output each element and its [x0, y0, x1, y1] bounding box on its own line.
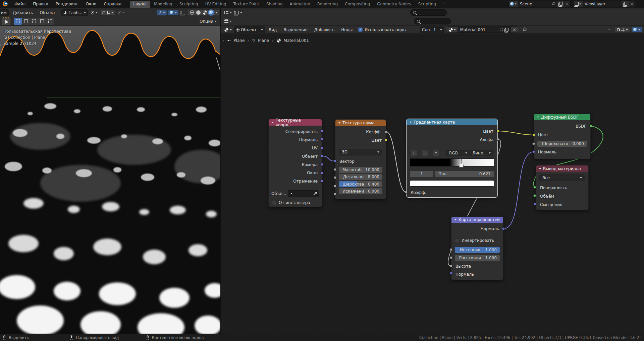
socket-noise-roughness-input[interactable] — [334, 185, 337, 188]
node-diffuse-bsdf[interactable]: Диффузный BSDF BSDF Цвет Шероховато0.000… — [534, 114, 591, 159]
fake-user-shield-icon[interactable] — [500, 28, 503, 31]
snapping-group[interactable] — [101, 10, 115, 15]
tab-compositing[interactable]: Compositing — [341, 1, 373, 8]
from-instancer-checkbox[interactable] — [272, 201, 276, 205]
shading-wireframe-icon[interactable] — [190, 10, 194, 15]
collapse-icon[interactable] — [454, 219, 457, 220]
remove-viewlayer-button[interactable]: × — [629, 1, 635, 7]
socket-bsdf-color-input[interactable] — [532, 134, 535, 137]
breadcrumb-object[interactable]: Plane — [233, 38, 245, 43]
node-header[interactable]: Карта неровностей — [451, 217, 503, 223]
node-snapping-group[interactable] — [615, 27, 630, 32]
socket-bsdf-output[interactable] — [589, 125, 592, 128]
socket-noise-vector-input[interactable] — [334, 160, 337, 163]
sidebar-toggle-handle[interactable]: › — [0, 42, 2, 47]
collapse-icon[interactable] — [537, 117, 539, 118]
editor-type-properties-button[interactable] — [223, 19, 233, 24]
invert-checkbox[interactable] — [455, 238, 459, 243]
viewport-canvas[interactable]: Пользовательская перспектива (2) Collect… — [0, 26, 220, 334]
socket-texcoord-uv[interactable] — [321, 146, 324, 149]
shading-material-icon[interactable] — [203, 10, 207, 15]
shader-menu-view[interactable]: Вид — [266, 27, 280, 32]
ramp-specials-button[interactable] — [433, 150, 439, 156]
from-instancer-toggle[interactable]: От инстансера — [272, 200, 318, 205]
shader-type-dropdown[interactable]: Объект — [234, 26, 265, 33]
select-extend-button[interactable] — [22, 18, 30, 25]
socket-texcoord-reflection[interactable] — [321, 180, 324, 183]
noise-distortion-field[interactable]: Искажени0.000 — [339, 188, 382, 194]
noise-dimensions-dropdown[interactable]: 3D — [339, 149, 382, 155]
socket-noise-color-output[interactable] — [385, 139, 388, 142]
color-ramp-gradient[interactable] — [410, 158, 494, 166]
add-stop-button[interactable]: + — [411, 150, 417, 156]
stop-position-field[interactable]: Пол. 0.627 — [435, 171, 494, 177]
invert-toggle[interactable]: Инвертировать — [455, 237, 500, 244]
node-texture-coordinate[interactable]: Текстурные коорд... Сгенерировать Нормал… — [268, 119, 322, 207]
snap-pivot-dropdown[interactable] — [89, 10, 99, 15]
tab-geometry-nodes[interactable]: Geometry Nodes — [374, 1, 414, 8]
viewport-menu-object[interactable]: Объект — [37, 9, 58, 17]
viewport-3d[interactable]: им Добавить Объект Глоб... — [0, 8, 220, 334]
overlays-toggle[interactable] — [168, 10, 178, 15]
material-slot-dropdown[interactable]: Слот 1 — [420, 26, 444, 33]
add-workspace-button[interactable]: + — [440, 1, 448, 8]
menu-help[interactable]: Справка — [100, 0, 125, 8]
socket-bump-normal-input[interactable] — [450, 272, 453, 275]
active-tool-cursor-button[interactable] — [2, 18, 10, 25]
node-bump[interactable]: Карта неровностей Нормаль Инвертировать … — [451, 216, 503, 280]
collapse-icon[interactable] — [539, 168, 541, 169]
bsdf-roughness-field[interactable]: Шероховато0.000 — [537, 141, 587, 147]
node-noise-texture[interactable]: Текстура шума Коэфф. Цвет 3D Вектор Масш… — [335, 119, 386, 199]
mode-dropdown[interactable]: им — [0, 9, 9, 16]
breadcrumb-data[interactable]: Plane — [258, 38, 269, 43]
node-material-output[interactable]: Вывод материала Все Поверхность Объём См… — [536, 165, 589, 210]
select-subtract-button[interactable] — [30, 18, 38, 25]
socket-noise-fac-output[interactable] — [385, 130, 388, 133]
socket-output-surface-input[interactable] — [533, 186, 536, 189]
node-overlays-toggle[interactable] — [632, 27, 642, 32]
noise-scale-field[interactable]: Масштаб10.000 — [339, 167, 382, 173]
node-header[interactable]: Текстура шума — [335, 120, 386, 126]
shader-menu-select[interactable]: Выделение — [280, 27, 310, 32]
tab-shading[interactable]: Shading — [263, 1, 286, 8]
collapse-icon[interactable] — [338, 122, 340, 124]
stop-index-field[interactable]: 1 — [410, 171, 433, 177]
tab-sculpting[interactable]: Sculpting — [176, 1, 202, 8]
tab-uv-editing[interactable]: UV Editing — [202, 1, 230, 8]
node-color-ramp[interactable]: Градиентная карта Цвет Альфа + − RGB — [406, 119, 498, 198]
shading-solid-icon[interactable] — [196, 10, 201, 15]
socket-ramp-color-output[interactable] — [496, 130, 499, 133]
breadcrumb-material[interactable]: Material.001 — [284, 38, 309, 43]
tab-modeling[interactable]: Modeling — [151, 1, 176, 8]
use-nodes-toggle[interactable]: ✓ Использовать ноды — [358, 27, 407, 32]
shader-node-canvas[interactable]: › Plane › ▽ Plane › Material.001 — [221, 34, 644, 334]
properties-search-input[interactable] — [414, 18, 451, 24]
material-name-field[interactable]: Material.001 — [458, 27, 511, 32]
ramp-stop-handle[interactable] — [461, 159, 462, 166]
socket-output-volume-input[interactable] — [533, 194, 536, 197]
socket-noise-scale-input[interactable] — [334, 168, 337, 171]
viewlayer-browse-button[interactable] — [574, 1, 583, 7]
socket-texcoord-camera[interactable] — [321, 163, 324, 166]
socket-texcoord-window[interactable] — [321, 172, 324, 175]
socket-noise-distortion-input[interactable] — [334, 193, 337, 196]
output-target-dropdown[interactable]: Все — [539, 175, 585, 181]
menu-window[interactable]: Окно — [82, 0, 100, 8]
noise-roughness-field[interactable]: Шерохова0.400 — [339, 181, 382, 187]
menu-render[interactable]: Рендеринг — [52, 0, 82, 8]
shading-rendered-icon[interactable] — [209, 10, 213, 15]
scene-name-field[interactable]: Scene — [518, 1, 557, 7]
socket-output-displacement-input[interactable] — [533, 203, 536, 206]
socket-noise-detail-input[interactable] — [334, 176, 337, 179]
browse-material-button[interactable] — [447, 27, 458, 32]
bump-strength-field[interactable]: Интенсив1.000 — [455, 247, 500, 253]
new-scene-button[interactable] — [557, 1, 564, 7]
socket-texcoord-normal[interactable] — [321, 138, 324, 141]
noise-detail-field[interactable]: Детально8.000 — [339, 174, 382, 180]
interpolation-dropdown[interactable]: Лине... — [470, 150, 493, 156]
shader-menu-node[interactable]: Ноды — [338, 27, 356, 32]
pin-scene-icon[interactable] — [551, 2, 555, 6]
tab-rendering[interactable]: Rendering — [314, 1, 341, 8]
tab-animation[interactable]: Animation — [286, 1, 314, 8]
bump-distance-field[interactable]: Расстояни1.000 — [455, 255, 500, 261]
